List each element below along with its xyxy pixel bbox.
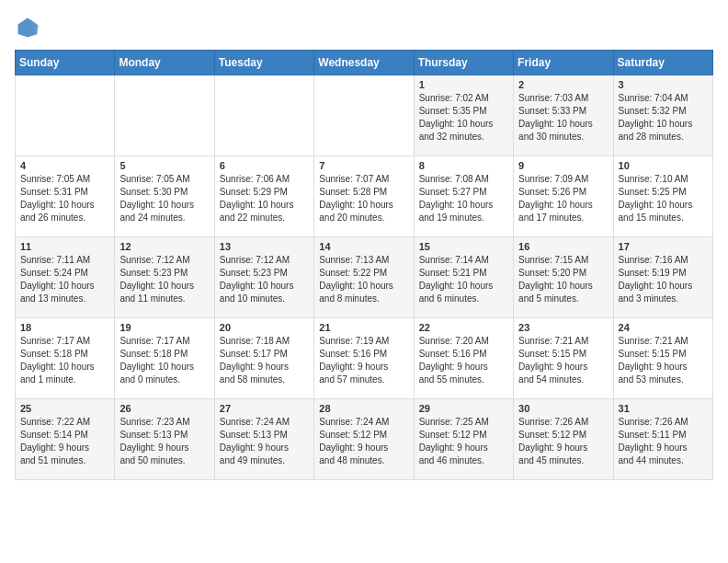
logo — [15, 15, 44, 40]
week-row-3: 11Sunrise: 7:11 AM Sunset: 5:24 PM Dayli… — [16, 237, 713, 318]
day-number: 18 — [20, 322, 109, 333]
day-info: Sunrise: 7:20 AM Sunset: 5:16 PM Dayligh… — [419, 335, 508, 386]
day-info: Sunrise: 7:06 AM Sunset: 5:29 PM Dayligh… — [220, 173, 309, 224]
day-cell: 27Sunrise: 7:24 AM Sunset: 5:13 PM Dayli… — [214, 399, 313, 480]
day-number: 17 — [619, 241, 708, 252]
day-info: Sunrise: 7:23 AM Sunset: 5:13 PM Dayligh… — [119, 416, 209, 467]
day-cell — [214, 75, 313, 156]
day-cell — [16, 75, 115, 156]
day-cell: 25Sunrise: 7:22 AM Sunset: 5:14 PM Dayli… — [16, 399, 115, 480]
day-cell: 5Sunrise: 7:05 AM Sunset: 5:30 PM Daylig… — [115, 156, 214, 237]
day-cell: 14Sunrise: 7:13 AM Sunset: 5:22 PM Dayli… — [314, 237, 414, 318]
day-cell: 12Sunrise: 7:12 AM Sunset: 5:23 PM Dayli… — [115, 237, 214, 318]
week-row-1: 1Sunrise: 7:02 AM Sunset: 5:35 PM Daylig… — [16, 75, 713, 156]
day-info: Sunrise: 7:15 AM Sunset: 5:20 PM Dayligh… — [518, 254, 608, 305]
day-cell: 17Sunrise: 7:16 AM Sunset: 5:19 PM Dayli… — [613, 237, 712, 318]
day-cell: 22Sunrise: 7:20 AM Sunset: 5:16 PM Dayli… — [414, 318, 513, 399]
col-header-tuesday: Tuesday — [214, 51, 313, 75]
day-number: 7 — [319, 160, 408, 171]
day-info: Sunrise: 7:26 AM Sunset: 5:12 PM Dayligh… — [518, 416, 608, 467]
day-number: 3 — [619, 79, 708, 90]
day-info: Sunrise: 7:18 AM Sunset: 5:17 PM Dayligh… — [220, 335, 309, 386]
day-cell: 16Sunrise: 7:15 AM Sunset: 5:20 PM Dayli… — [514, 237, 613, 318]
day-number: 14 — [319, 241, 408, 252]
day-info: Sunrise: 7:22 AM Sunset: 5:14 PM Dayligh… — [20, 416, 109, 467]
col-header-wednesday: Wednesday — [314, 51, 414, 75]
day-cell: 28Sunrise: 7:24 AM Sunset: 5:12 PM Dayli… — [314, 399, 414, 480]
day-cell: 26Sunrise: 7:23 AM Sunset: 5:13 PM Dayli… — [115, 399, 214, 480]
page-header — [15, 15, 713, 40]
day-number: 12 — [119, 241, 209, 252]
day-number: 31 — [619, 403, 708, 414]
day-number: 4 — [20, 160, 109, 171]
day-cell: 23Sunrise: 7:21 AM Sunset: 5:15 PM Dayli… — [514, 318, 613, 399]
day-info: Sunrise: 7:24 AM Sunset: 5:12 PM Dayligh… — [319, 416, 408, 467]
day-number: 27 — [220, 403, 309, 414]
day-cell: 4Sunrise: 7:05 AM Sunset: 5:31 PM Daylig… — [16, 156, 115, 237]
day-info: Sunrise: 7:08 AM Sunset: 5:27 PM Dayligh… — [419, 173, 508, 224]
week-row-2: 4Sunrise: 7:05 AM Sunset: 5:31 PM Daylig… — [16, 156, 713, 237]
day-info: Sunrise: 7:12 AM Sunset: 5:23 PM Dayligh… — [119, 254, 209, 305]
day-cell: 9Sunrise: 7:09 AM Sunset: 5:26 PM Daylig… — [514, 156, 613, 237]
week-row-5: 25Sunrise: 7:22 AM Sunset: 5:14 PM Dayli… — [16, 399, 713, 480]
day-number: 24 — [619, 322, 708, 333]
day-cell: 19Sunrise: 7:17 AM Sunset: 5:18 PM Dayli… — [115, 318, 214, 399]
day-info: Sunrise: 7:11 AM Sunset: 5:24 PM Dayligh… — [20, 254, 109, 305]
day-number: 2 — [518, 79, 608, 90]
day-number: 13 — [220, 241, 309, 252]
day-number: 20 — [220, 322, 309, 333]
day-number: 19 — [119, 322, 209, 333]
day-number: 5 — [119, 160, 209, 171]
day-number: 26 — [119, 403, 209, 414]
day-cell — [314, 75, 414, 156]
logo-icon — [15, 15, 40, 40]
day-number: 9 — [518, 160, 608, 171]
day-cell: 2Sunrise: 7:03 AM Sunset: 5:33 PM Daylig… — [514, 75, 613, 156]
day-info: Sunrise: 7:13 AM Sunset: 5:22 PM Dayligh… — [319, 254, 408, 305]
col-header-friday: Friday — [514, 51, 613, 75]
day-cell: 15Sunrise: 7:14 AM Sunset: 5:21 PM Dayli… — [414, 237, 513, 318]
header-row: SundayMondayTuesdayWednesdayThursdayFrid… — [16, 51, 713, 75]
day-number: 23 — [518, 322, 608, 333]
calendar-table: SundayMondayTuesdayWednesdayThursdayFrid… — [15, 50, 713, 480]
day-number: 15 — [419, 241, 508, 252]
day-number: 6 — [220, 160, 309, 171]
week-row-4: 18Sunrise: 7:17 AM Sunset: 5:18 PM Dayli… — [16, 318, 713, 399]
day-info: Sunrise: 7:10 AM Sunset: 5:25 PM Dayligh… — [619, 173, 708, 224]
calendar-header: SundayMondayTuesdayWednesdayThursdayFrid… — [16, 51, 713, 75]
col-header-thursday: Thursday — [414, 51, 513, 75]
day-info: Sunrise: 7:02 AM Sunset: 5:35 PM Dayligh… — [419, 92, 508, 144]
day-info: Sunrise: 7:17 AM Sunset: 5:18 PM Dayligh… — [119, 335, 209, 386]
col-header-monday: Monday — [115, 51, 214, 75]
day-cell: 8Sunrise: 7:08 AM Sunset: 5:27 PM Daylig… — [414, 156, 513, 237]
day-info: Sunrise: 7:24 AM Sunset: 5:13 PM Dayligh… — [220, 416, 309, 467]
day-cell: 3Sunrise: 7:04 AM Sunset: 5:32 PM Daylig… — [613, 75, 712, 156]
day-number: 21 — [319, 322, 408, 333]
day-info: Sunrise: 7:05 AM Sunset: 5:30 PM Dayligh… — [119, 173, 209, 224]
day-info: Sunrise: 7:21 AM Sunset: 5:15 PM Dayligh… — [518, 335, 608, 386]
day-info: Sunrise: 7:25 AM Sunset: 5:12 PM Dayligh… — [419, 416, 508, 467]
day-cell: 20Sunrise: 7:18 AM Sunset: 5:17 PM Dayli… — [214, 318, 313, 399]
day-cell: 6Sunrise: 7:06 AM Sunset: 5:29 PM Daylig… — [214, 156, 313, 237]
day-cell: 21Sunrise: 7:19 AM Sunset: 5:16 PM Dayli… — [314, 318, 414, 399]
day-number: 22 — [419, 322, 508, 333]
day-number: 16 — [518, 241, 608, 252]
day-info: Sunrise: 7:09 AM Sunset: 5:26 PM Dayligh… — [518, 173, 608, 224]
day-cell: 7Sunrise: 7:07 AM Sunset: 5:28 PM Daylig… — [314, 156, 414, 237]
day-cell — [115, 75, 214, 156]
col-header-sunday: Sunday — [16, 51, 115, 75]
day-cell: 30Sunrise: 7:26 AM Sunset: 5:12 PM Dayli… — [514, 399, 613, 480]
day-info: Sunrise: 7:21 AM Sunset: 5:15 PM Dayligh… — [619, 335, 708, 386]
day-info: Sunrise: 7:26 AM Sunset: 5:11 PM Dayligh… — [619, 416, 708, 467]
day-number: 11 — [20, 241, 109, 252]
day-info: Sunrise: 7:14 AM Sunset: 5:21 PM Dayligh… — [419, 254, 508, 305]
day-cell: 24Sunrise: 7:21 AM Sunset: 5:15 PM Dayli… — [613, 318, 712, 399]
day-info: Sunrise: 7:19 AM Sunset: 5:16 PM Dayligh… — [319, 335, 408, 386]
day-cell: 1Sunrise: 7:02 AM Sunset: 5:35 PM Daylig… — [414, 75, 513, 156]
calendar-body: 1Sunrise: 7:02 AM Sunset: 5:35 PM Daylig… — [16, 75, 713, 480]
day-number: 8 — [419, 160, 508, 171]
col-header-saturday: Saturday — [613, 51, 712, 75]
day-cell: 13Sunrise: 7:12 AM Sunset: 5:23 PM Dayli… — [214, 237, 313, 318]
day-number: 29 — [419, 403, 508, 414]
day-cell: 11Sunrise: 7:11 AM Sunset: 5:24 PM Dayli… — [16, 237, 115, 318]
